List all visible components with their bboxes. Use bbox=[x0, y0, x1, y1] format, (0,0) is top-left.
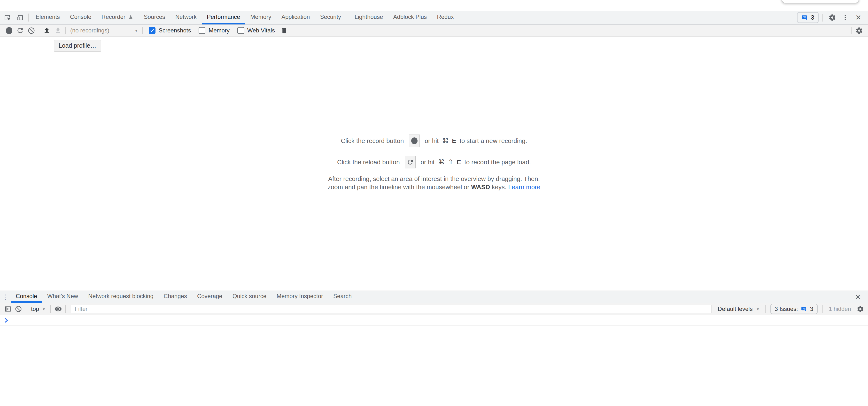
device-toolbar-button[interactable] bbox=[13, 11, 26, 25]
tab-sources[interactable]: Sources bbox=[139, 11, 170, 25]
tab-label: What's New bbox=[47, 293, 78, 300]
web-vitals-checkbox[interactable] bbox=[237, 27, 244, 34]
clear-recordings-button[interactable] bbox=[26, 25, 37, 36]
inspect-cursor-icon bbox=[3, 14, 11, 22]
tab-label: Changes bbox=[164, 293, 187, 300]
drawer-right-controls: ✕ bbox=[852, 291, 868, 303]
usage-hint-paragraph: After recording, select an area of inter… bbox=[328, 175, 540, 191]
reload-instruction-line: Click the reload button or hit ⌘ ⇧ E to … bbox=[337, 156, 531, 168]
divider bbox=[823, 14, 823, 22]
drawer-overflow-menu-button[interactable]: ⋮ bbox=[0, 291, 11, 303]
javascript-context-dropdown[interactable]: top ▼ bbox=[28, 306, 49, 312]
gear-icon bbox=[856, 27, 863, 34]
tab-network[interactable]: Network bbox=[170, 11, 202, 25]
garbage-collect-button[interactable] bbox=[279, 25, 290, 36]
web-vitals-checkbox-group[interactable]: Web Vitals bbox=[237, 27, 275, 34]
tab-application[interactable]: Application bbox=[276, 11, 315, 25]
close-devtools-button[interactable]: ✕ bbox=[853, 12, 864, 23]
memory-checkbox-label: Memory bbox=[209, 27, 229, 34]
experiment-beaker-icon bbox=[128, 14, 134, 20]
divider bbox=[851, 27, 851, 34]
memory-checkbox[interactable] bbox=[198, 27, 206, 34]
console-prompt-row[interactable] bbox=[0, 315, 868, 326]
console-issues-button[interactable]: 3 Issues: 3 bbox=[770, 304, 817, 314]
tab-console[interactable]: Console bbox=[65, 11, 96, 25]
settings-button[interactable] bbox=[827, 12, 837, 23]
record-button[interactable] bbox=[3, 25, 14, 36]
learn-more-link[interactable]: Learn more bbox=[508, 183, 540, 191]
save-profile-button-disabled[interactable] bbox=[52, 25, 63, 36]
wasd-keys-label: WASD bbox=[471, 183, 490, 191]
record-circle-icon bbox=[6, 27, 12, 34]
show-console-sidebar-button[interactable] bbox=[2, 304, 13, 314]
drawer-tab-memory-inspector[interactable]: Memory Inspector bbox=[272, 291, 328, 303]
tab-elements[interactable]: Elements bbox=[31, 11, 65, 25]
drawer-tab-changes[interactable]: Changes bbox=[159, 291, 192, 303]
inline-record-button[interactable] bbox=[409, 135, 420, 147]
drawer-tab-quick-source[interactable]: Quick source bbox=[227, 291, 272, 303]
tab-bar-right-controls: 3 ✕ bbox=[797, 11, 868, 25]
context-value: top bbox=[31, 306, 39, 312]
screenshots-checkbox[interactable] bbox=[149, 27, 155, 34]
issues-count: 3 bbox=[810, 306, 813, 312]
tab-performance[interactable]: Performance bbox=[202, 11, 245, 25]
reload-and-record-button[interactable] bbox=[14, 25, 26, 36]
load-profile-tooltip: Load profile… bbox=[54, 40, 101, 52]
tab-adblock-plus[interactable]: Adblock Plus bbox=[388, 11, 432, 25]
chevron-down-icon: ▼ bbox=[756, 307, 760, 311]
clear-console-button[interactable] bbox=[13, 304, 24, 314]
tab-label: Lighthouse bbox=[354, 13, 383, 20]
console-filter-input[interactable] bbox=[71, 305, 711, 313]
clear-ban-icon bbox=[28, 27, 35, 34]
eye-icon bbox=[54, 305, 62, 313]
clear-ban-icon bbox=[15, 305, 22, 313]
inline-reload-button[interactable] bbox=[405, 156, 416, 168]
create-live-expression-button[interactable] bbox=[53, 304, 63, 314]
tab-label: Application bbox=[281, 13, 310, 20]
tab-memory[interactable]: Memory bbox=[245, 11, 276, 25]
chevron-down-icon: ▼ bbox=[42, 307, 45, 311]
issues-counter-button[interactable]: 3 bbox=[797, 12, 818, 23]
more-options-button[interactable] bbox=[840, 12, 850, 23]
recordings-dropdown[interactable]: (no recordings) ▼ bbox=[68, 27, 141, 34]
load-profile-button[interactable] bbox=[41, 25, 52, 36]
divider bbox=[65, 305, 66, 313]
tab-label: Elements bbox=[36, 13, 60, 20]
gear-icon bbox=[829, 14, 836, 21]
e-key: E bbox=[457, 159, 461, 166]
tab-redux[interactable]: Redux bbox=[432, 11, 459, 25]
drawer-tab-network-request-blocking[interactable]: Network request blocking bbox=[83, 291, 158, 303]
issues-speech-bubble-icon bbox=[801, 14, 808, 21]
tab-label: Network bbox=[175, 13, 197, 20]
cutoff-popup-remnant bbox=[781, 0, 859, 3]
tab-label: Redux bbox=[437, 13, 454, 20]
drawer-tabs: Console What's New Network request block… bbox=[11, 291, 357, 303]
capture-settings-button[interactable] bbox=[854, 25, 865, 36]
browser-top-strip bbox=[0, 0, 868, 11]
drawer-tab-coverage[interactable]: Coverage bbox=[192, 291, 227, 303]
divider bbox=[143, 27, 143, 34]
tab-security[interactable]: Security bbox=[315, 11, 346, 25]
divider bbox=[26, 305, 26, 313]
tab-label: Console bbox=[70, 13, 91, 20]
tab-label: Console bbox=[16, 293, 37, 300]
tab-label: Recorder bbox=[101, 13, 125, 20]
drawer-tab-search[interactable]: Search bbox=[328, 291, 357, 303]
close-drawer-button[interactable]: ✕ bbox=[852, 292, 863, 302]
console-messages-area[interactable] bbox=[0, 315, 868, 405]
web-vitals-checkbox-label: Web Vitals bbox=[247, 27, 275, 34]
tab-lighthouse[interactable]: Lighthouse bbox=[349, 11, 388, 25]
vertical-dots-icon: ⋮ bbox=[2, 293, 8, 301]
record-instruction-line: Click the record button or hit ⌘ E to st… bbox=[341, 135, 527, 147]
screenshots-checkbox-group[interactable]: Screenshots bbox=[149, 27, 191, 34]
console-settings-button[interactable] bbox=[855, 304, 866, 314]
inspect-element-button[interactable] bbox=[1, 11, 13, 25]
performance-toolbar: (no recordings) ▼ Screenshots Memory Web… bbox=[0, 25, 868, 37]
log-levels-dropdown[interactable]: Default levels ▼ bbox=[714, 306, 763, 312]
drawer-tab-whats-new[interactable]: What's New bbox=[42, 291, 83, 303]
tab-recorder[interactable]: Recorder bbox=[96, 11, 139, 25]
memory-checkbox-group[interactable]: Memory bbox=[198, 27, 229, 34]
issues-count: 3 bbox=[811, 14, 814, 21]
drawer-tab-console[interactable]: Console bbox=[11, 291, 42, 303]
tab-label: Search bbox=[333, 293, 352, 300]
